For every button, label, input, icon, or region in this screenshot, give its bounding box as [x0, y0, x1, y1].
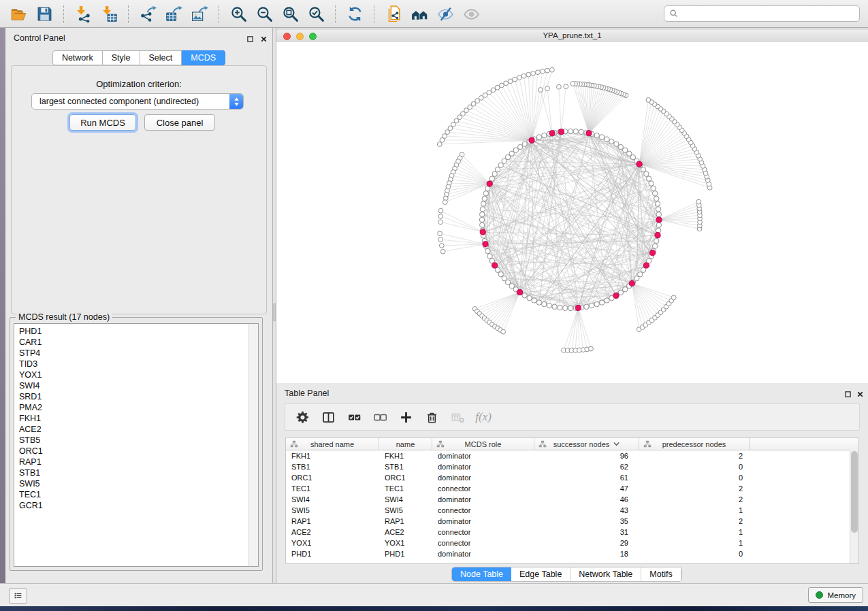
graph-node[interactable]: [654, 238, 659, 243]
graph-leaf-node[interactable]: [696, 199, 701, 204]
graph-node[interactable]: [609, 139, 614, 144]
graph-node[interactable]: [654, 196, 659, 201]
graph-mcds-node[interactable]: [529, 137, 534, 143]
graph-node[interactable]: [489, 176, 494, 181]
splitter-grip[interactable]: [273, 303, 276, 321]
cell-name[interactable]: YOX1: [379, 539, 432, 547]
graph-node[interactable]: [618, 144, 623, 149]
graph-leaf-node[interactable]: [526, 72, 531, 77]
graph-leaf-node[interactable]: [438, 220, 443, 225]
cell-name[interactable]: SWI4: [379, 495, 432, 503]
graph-mcds-node[interactable]: [487, 181, 492, 186]
graph-mcds-node[interactable]: [558, 129, 564, 135]
cell-successor-nodes[interactable]: 18: [534, 550, 639, 558]
cell-name[interactable]: TEC1: [379, 484, 432, 493]
graph-node[interactable]: [652, 191, 657, 196]
graph-node[interactable]: [646, 176, 651, 181]
cell-predecessor-nodes[interactable]: 1: [639, 506, 750, 514]
graph-leaf-node[interactable]: [439, 244, 444, 248]
graph-mcds-node[interactable]: [492, 263, 498, 268]
cell-shared-name[interactable]: SWI5: [286, 506, 379, 514]
graph-leaf-node[interactable]: [440, 249, 445, 254]
graph-node[interactable]: [558, 305, 562, 310]
graph-node[interactable]: [536, 300, 541, 305]
graph-leaf-node[interactable]: [539, 88, 543, 93]
graph-leaf-node[interactable]: [440, 138, 445, 143]
table-settings-button[interactable]: [292, 407, 312, 427]
graph-leaf-node[interactable]: [491, 88, 496, 93]
graph-node[interactable]: [579, 129, 583, 134]
graph-node[interactable]: [485, 248, 490, 253]
table-row-FKH1[interactable]: FKH1FKH1dominator962: [286, 450, 858, 461]
tab-select[interactable]: Select: [140, 50, 182, 65]
tab-motifs[interactable]: Motifs: [641, 567, 681, 581]
graph-node[interactable]: [584, 304, 589, 309]
optimization-criterion-select[interactable]: largest connected component (undirected): [31, 93, 244, 110]
graph-leaf-node[interactable]: [437, 142, 442, 147]
home-button[interactable]: [408, 3, 430, 24]
delete-column-button[interactable]: [421, 407, 442, 427]
graph-leaf-node[interactable]: [646, 98, 651, 103]
graph-mcds-node[interactable]: [613, 293, 619, 298]
graph-node[interactable]: [652, 244, 657, 248]
deselect-all-rows-button[interactable]: [370, 407, 390, 427]
mcds-node-item[interactable]: ORC1: [19, 446, 244, 457]
graph-node[interactable]: [518, 144, 523, 149]
zoom-fit-button[interactable]: [279, 3, 301, 24]
show-columns-button[interactable]: [318, 407, 338, 427]
column-header-predecessor-nodes[interactable]: predecessor nodes: [639, 438, 750, 450]
tab-node-table[interactable]: Node Table: [452, 567, 511, 581]
mcds-node-item[interactable]: TID3: [19, 359, 244, 369]
cell-predecessor-nodes[interactable]: 1: [639, 539, 750, 547]
zoom-out-button[interactable]: [253, 3, 275, 24]
graph-mcds-node[interactable]: [549, 131, 555, 136]
cell-shared-name[interactable]: ACE2: [286, 528, 379, 536]
graph-leaf-node[interactable]: [438, 208, 443, 213]
graph-node[interactable]: [568, 129, 573, 133]
graph-node[interactable]: [568, 306, 573, 310]
column-header-successor-nodes[interactable]: successor nodes: [534, 438, 639, 450]
cell-mcds-role[interactable]: dominator: [432, 550, 534, 558]
graph-node[interactable]: [644, 171, 649, 176]
graph-node[interactable]: [492, 171, 497, 176]
export-table-button[interactable]: [163, 3, 184, 24]
graph-leaf-node[interactable]: [443, 200, 447, 205]
column-header-name[interactable]: name: [379, 438, 432, 450]
column-header-mcds-role[interactable]: MCDS role: [432, 438, 534, 450]
close-panel-button[interactable]: Close panel: [144, 114, 215, 131]
graph-leaf-node[interactable]: [541, 69, 545, 73]
graph-leaf-node[interactable]: [557, 84, 562, 89]
graph-node[interactable]: [522, 293, 527, 298]
graph-node[interactable]: [482, 196, 487, 201]
cell-shared-name[interactable]: TEC1: [286, 484, 379, 493]
table-row-RAP1[interactable]: RAP1RAP1dominator352: [286, 516, 858, 527]
cell-mcds-role[interactable]: dominator: [432, 495, 534, 503]
cell-name[interactable]: RAP1: [379, 517, 432, 525]
graph-node[interactable]: [614, 142, 619, 146]
graph-mcds-node[interactable]: [629, 280, 634, 286]
mcds-node-item[interactable]: SWI5: [19, 478, 244, 489]
graph-node[interactable]: [589, 303, 594, 308]
cell-predecessor-nodes[interactable]: 2: [639, 452, 750, 460]
graph-node[interactable]: [656, 212, 661, 217]
mcds-node-item[interactable]: YOX1: [19, 369, 244, 380]
cell-successor-nodes[interactable]: 35: [534, 517, 639, 525]
tab-mcds[interactable]: MCDS: [182, 50, 225, 65]
cell-mcds-role[interactable]: connector: [432, 484, 534, 493]
mcds-node-item[interactable]: SRD1: [19, 391, 244, 402]
tab-edge-table[interactable]: Edge Table: [511, 567, 570, 581]
close-panel-icon[interactable]: [259, 34, 268, 44]
graph-mcds-node[interactable]: [655, 233, 660, 238]
graph-leaf-node[interactable]: [550, 67, 555, 72]
cell-predecessor-nodes[interactable]: 1: [639, 528, 750, 536]
graph-mcds-node[interactable]: [649, 250, 655, 256]
cell-predecessor-nodes[interactable]: 0: [639, 550, 750, 558]
cell-successor-nodes[interactable]: 62: [534, 463, 639, 471]
graph-node[interactable]: [594, 301, 599, 306]
new-network-from-selection-button[interactable]: [383, 3, 404, 24]
cell-mcds-role[interactable]: dominator: [432, 517, 534, 525]
graph-node[interactable]: [498, 163, 503, 167]
graph-mcds-node[interactable]: [586, 131, 592, 136]
graph-node[interactable]: [547, 303, 551, 308]
cell-mcds-role[interactable]: dominator: [432, 452, 534, 460]
